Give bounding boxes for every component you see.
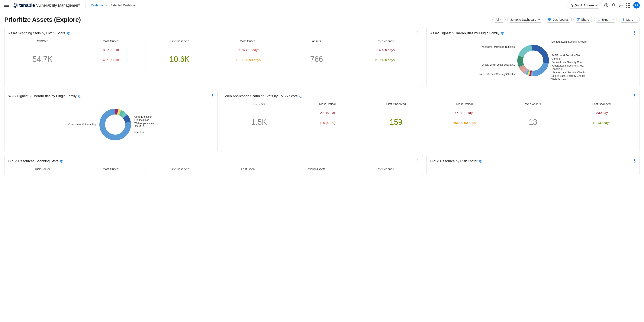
info-icon[interactable] bbox=[78, 95, 81, 98]
cvss-total: 54.7K bbox=[8, 55, 77, 64]
jump-to-dashboard[interactable]: Jump to Dashboard bbox=[507, 17, 543, 22]
card-cloud-scanning-stats: Cloud Resources Scanning Stats Risk Fact… bbox=[4, 155, 423, 175]
col-head-cvss: CVSSv3 bbox=[8, 38, 77, 46]
svg-point-68 bbox=[634, 162, 635, 162]
svg-point-61 bbox=[418, 160, 418, 161]
info-icon[interactable] bbox=[300, 95, 302, 98]
web-ls-over-30: 3 >30 days bbox=[567, 111, 636, 114]
brand-logo[interactable]: tenable Vulnerability Management bbox=[12, 2, 80, 8]
share-icon bbox=[576, 18, 580, 21]
col-head-most-critical: Most Critical bbox=[77, 38, 145, 46]
avatar[interactable]: BR bbox=[633, 2, 640, 8]
col-head-assets: Assets bbox=[282, 38, 351, 46]
svg-point-19 bbox=[418, 34, 418, 34]
filter-all-label: All bbox=[496, 18, 499, 21]
fo-over-90: 37.7K >90-days bbox=[214, 48, 282, 52]
svg-point-25 bbox=[634, 34, 635, 34]
col-head-last-scanned: Last Scanned bbox=[567, 101, 636, 109]
dashboards-button[interactable]: Dashboards bbox=[545, 17, 572, 22]
card-title: Asset Scanning Stats by CVSS Score bbox=[8, 31, 66, 35]
col-head-first-observed: First Observed bbox=[146, 38, 214, 46]
export-icon bbox=[597, 18, 600, 21]
grid-icon bbox=[548, 18, 551, 21]
svg-rect-6 bbox=[548, 18, 550, 20]
breadcrumb-root[interactable]: Dashboards bbox=[91, 4, 107, 7]
col-head-cloud-assets: Cloud Assets bbox=[282, 166, 351, 174]
svg-point-60 bbox=[418, 159, 418, 160]
info-icon[interactable] bbox=[67, 32, 70, 35]
card-web-app-scanning-stats: Web Application Scanning Stats by CVSS S… bbox=[221, 90, 640, 152]
product-name: Vulnerability Management bbox=[36, 3, 80, 8]
dashboard-body: Asset Scanning Stats by CVSS Score CVSSv… bbox=[0, 27, 644, 182]
star-icon bbox=[570, 4, 573, 7]
donut-labels-right: CentOS Local Security Checks SuSE Local … bbox=[552, 40, 587, 81]
card-title: Cloud Resource by Risk Factor bbox=[430, 159, 478, 163]
donut-chart bbox=[516, 44, 550, 78]
svg-point-62 bbox=[418, 162, 418, 162]
divider bbox=[86, 2, 86, 8]
filter-all[interactable]: All bbox=[492, 17, 506, 22]
web-fo-total: 159 bbox=[362, 118, 430, 127]
card-asset-scanning-stats: Asset Scanning Stats by CVSS Score CVSSv… bbox=[4, 27, 423, 87]
svg-rect-9 bbox=[550, 20, 551, 21]
help-icon[interactable] bbox=[604, 3, 608, 8]
col-head-last-seen: Last Seen bbox=[214, 166, 282, 174]
svg-marker-1 bbox=[14, 4, 16, 7]
jump-label: Jump to Dashboard bbox=[510, 18, 536, 21]
more-button[interactable]: More bbox=[618, 17, 640, 22]
card-menu-button[interactable] bbox=[633, 93, 636, 99]
chevron-down-icon bbox=[500, 18, 502, 21]
svg-point-44 bbox=[212, 96, 213, 98]
col-head-cvss: CVSSv3 bbox=[225, 101, 293, 109]
card-menu-button[interactable] bbox=[417, 158, 419, 164]
col-head-first-observed: First Observed bbox=[146, 166, 214, 174]
col-head-first-observed: First Observed bbox=[362, 101, 430, 109]
svg-point-16 bbox=[68, 32, 69, 33]
svg-point-42 bbox=[212, 94, 213, 95]
web-fo-30-90: 666 30-90-days bbox=[430, 121, 499, 124]
kebab-icon bbox=[622, 18, 625, 21]
col-head-most-critical-2: Most Critical bbox=[430, 101, 499, 109]
menu-toggle[interactable] bbox=[4, 3, 10, 8]
col-head-most-critical-2: Most Critical bbox=[214, 38, 282, 46]
info-icon[interactable] bbox=[501, 32, 504, 35]
share-button[interactable]: Share bbox=[574, 17, 592, 22]
donut-labels-left: Windows : Microsoft Bulletins Oracle Lin… bbox=[479, 45, 515, 76]
was-donut-right-labels: Code Execution File Inclusion Web Applic… bbox=[134, 115, 154, 134]
bell-icon[interactable] bbox=[611, 3, 616, 8]
card-menu-button[interactable] bbox=[633, 30, 636, 36]
svg-point-54 bbox=[634, 94, 635, 95]
svg-point-56 bbox=[634, 96, 635, 98]
svg-point-55 bbox=[634, 95, 635, 96]
chevron-down-icon bbox=[538, 18, 540, 21]
svg-rect-7 bbox=[550, 18, 551, 20]
assets-total: 766 bbox=[282, 55, 351, 64]
col-head-most-critical: Most Critical bbox=[293, 101, 362, 109]
topbar: tenable Vulnerability Management Dashboa… bbox=[0, 0, 644, 11]
col-head-web-assets: Web Assets bbox=[499, 101, 567, 109]
svg-point-24 bbox=[634, 32, 635, 33]
card-menu-button[interactable] bbox=[633, 158, 636, 164]
svg-point-41 bbox=[80, 95, 80, 96]
quick-actions-button[interactable]: Quick Actions bbox=[567, 2, 601, 8]
svg-point-66 bbox=[634, 159, 635, 160]
export-label: Export bbox=[602, 18, 610, 21]
share-label: Share bbox=[581, 18, 589, 21]
card-title: Web Application Scanning Stats by CVSS S… bbox=[225, 94, 298, 98]
card-menu-button[interactable] bbox=[211, 93, 214, 99]
info-icon[interactable] bbox=[60, 160, 63, 163]
card-menu-button[interactable] bbox=[417, 30, 419, 36]
svg-point-5 bbox=[620, 5, 622, 6]
card-title: Cloud Resources Scanning Stats bbox=[8, 159, 58, 163]
info-icon[interactable] bbox=[479, 160, 482, 163]
apps-icon[interactable] bbox=[626, 3, 630, 8]
donut-chart bbox=[98, 108, 132, 142]
breadcrumb: Dashboards › Selected Dashboard bbox=[91, 4, 138, 7]
export-button[interactable]: Export bbox=[594, 17, 617, 22]
ls-under-30: 619 <30 days bbox=[351, 58, 419, 62]
svg-point-50 bbox=[102, 112, 128, 137]
svg-point-23 bbox=[634, 31, 635, 32]
svg-point-11 bbox=[623, 18, 624, 19]
gear-icon[interactable] bbox=[618, 3, 623, 8]
svg-point-13 bbox=[623, 20, 624, 21]
